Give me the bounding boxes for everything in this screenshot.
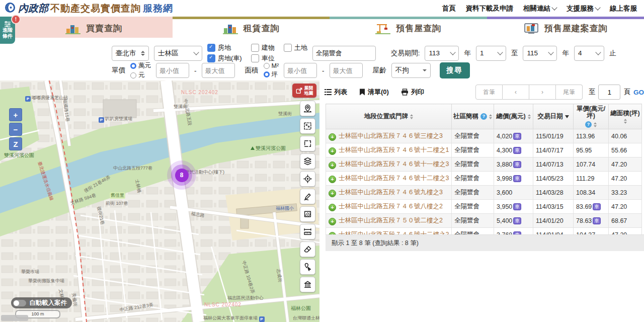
print-button[interactable]: 列印 bbox=[401, 88, 424, 97]
next-page-button[interactable]: › bbox=[529, 85, 556, 100]
price-min-input[interactable] bbox=[156, 63, 189, 78]
table-row[interactable]: +士林區中山北路五段７４６號十二樓之3 全陽豐會 3,998車 114/05/2… bbox=[326, 172, 642, 186]
tab-bar: 買賣查詢 租賃查詢 預售屋查詢 預售屋建案查詢 bbox=[15, 17, 644, 38]
pick-point-tool[interactable] bbox=[300, 259, 315, 275]
measure-tool[interactable] bbox=[300, 224, 315, 239]
keyword-input[interactable] bbox=[312, 46, 376, 61]
dash: - bbox=[194, 67, 197, 74]
tab-presale-project-query[interactable]: 預售屋建案查詢 bbox=[487, 17, 644, 38]
row-price-value: 3,950 bbox=[497, 203, 512, 210]
row-address-text[interactable]: 士林區中山北路五段７４６號八樓之2 bbox=[339, 203, 443, 210]
nav-support[interactable]: 支援服務 bbox=[567, 4, 600, 13]
chevron-down-icon bbox=[548, 49, 554, 55]
row-address-text[interactable]: 士林區中山北路五段７４６號九樓之3 bbox=[339, 189, 443, 196]
col-community[interactable]: 社區簡稱? bbox=[452, 104, 494, 129]
last-page-button[interactable]: 尾筆 bbox=[556, 85, 583, 100]
map-label: 中山北路五段777巷 bbox=[113, 165, 152, 172]
area-min-input[interactable] bbox=[284, 63, 317, 78]
map-label: 雙溪街 bbox=[278, 111, 292, 117]
results-table: 地段位置或門牌 社區簡稱? 總價(萬元) 交易日期 單價(萬元/坪)? 總面積(… bbox=[326, 104, 642, 242]
advanced-conditions-button[interactable]: 進階 條件 ! bbox=[0, 17, 15, 44]
cluster-count: 8 bbox=[175, 169, 189, 182]
draw-tool[interactable] bbox=[300, 189, 315, 204]
radio-wan-yuan[interactable]: 萬元 bbox=[130, 61, 151, 70]
row-address-text[interactable]: 士林區中山北路五段７４６號三樓之3 bbox=[339, 132, 443, 139]
rect-select-tool[interactable] bbox=[300, 118, 315, 134]
checkbox-house-land[interactable]: 房地 bbox=[207, 43, 242, 52]
map[interactable]: P嘟嘟房捷運芝山站 福國路15巷 P叭叭房雙溪場 雙溪街 雙溪街 中山北路五段 … bbox=[0, 80, 319, 322]
row-address-text[interactable]: 士林區中山北路五段７４６號十二樓之1 bbox=[339, 146, 449, 153]
map-label: P叭叭房雙溪場 bbox=[99, 116, 132, 123]
expand-row-icon[interactable]: + bbox=[329, 176, 336, 183]
row-address-text[interactable]: 士林區中山北路五段７５０號二樓之2 bbox=[339, 217, 443, 224]
expand-row-icon[interactable]: + bbox=[329, 133, 336, 141]
list-view-button[interactable]: 列表 bbox=[325, 88, 347, 97]
top-nav: 首頁 資料下載及申請 相關連結 支援服務 線上客服 bbox=[442, 4, 644, 13]
go-button[interactable]: GO bbox=[633, 89, 644, 96]
row-address-text[interactable]: 士林區中山北路五段７４６號十一樓之3 bbox=[339, 160, 449, 168]
radio-square-meter[interactable]: M² bbox=[264, 62, 279, 69]
rect-zoom-tool[interactable] bbox=[300, 136, 315, 151]
site-logo-title[interactable]: 內政部 不動產交易實價查詢 服務網 bbox=[0, 2, 173, 16]
auto-load-toggle[interactable]: 自動載入案件 bbox=[11, 297, 72, 308]
area-max-input[interactable] bbox=[330, 63, 363, 78]
table-row[interactable]: +士林區中山北路五段７４６號十二樓之1 全陽豐會 4,300車 114/07/1… bbox=[326, 143, 642, 157]
nav-home[interactable]: 首頁 bbox=[442, 4, 456, 13]
row-community: 全陽豐會 bbox=[452, 186, 494, 200]
from-year-select[interactable]: 113 bbox=[425, 46, 459, 61]
row-address-text[interactable]: 士林區中山北路五段７４６號十二樓之3 bbox=[339, 175, 449, 182]
map-cluster-marker[interactable]: 8 bbox=[167, 160, 196, 190]
locate-address-tool[interactable] bbox=[300, 101, 315, 116]
col-area[interactable]: 總面積(坪) bbox=[609, 104, 642, 129]
expand-map-button[interactable]: 展開地圖 bbox=[292, 84, 316, 98]
table-row[interactable]: +士林區中山北路五段７４６號十一樓之3 全陽豐會 3,880車 114/07/1… bbox=[326, 157, 642, 172]
landmark-tool[interactable] bbox=[300, 277, 315, 292]
zoom-out-button[interactable]: − bbox=[9, 123, 22, 136]
prev-page-button[interactable]: ‹ bbox=[503, 85, 529, 100]
list-icon bbox=[325, 89, 332, 95]
table-row[interactable]: +士林區中山北路五段７４６號九樓之3 全陽豐會 3,600車 114/03/28… bbox=[326, 186, 642, 200]
eraser-tool[interactable] bbox=[300, 242, 315, 257]
radio-ping[interactable]: 坪 bbox=[264, 70, 279, 79]
col-date[interactable]: 交易日期 bbox=[533, 104, 574, 129]
saved-list-button[interactable]: 清單(0) bbox=[359, 88, 389, 97]
zoom-in-button[interactable]: + bbox=[9, 108, 22, 121]
price-max-input[interactable] bbox=[202, 63, 235, 78]
to-month-select[interactable]: 4 bbox=[574, 46, 604, 61]
search-button[interactable]: 搜尋 bbox=[440, 62, 470, 78]
age-select[interactable]: 不拘 bbox=[391, 63, 431, 78]
tab-rent-query[interactable]: 租賃查詢 bbox=[173, 17, 330, 38]
expand-row-icon[interactable]: + bbox=[329, 218, 336, 225]
col-total-price[interactable]: 總價(萬元) bbox=[494, 104, 533, 129]
table-row[interactable]: +士林區中山北路五段７５０號二樓之2 全陽豐會 5,400車 114/01/20… bbox=[326, 214, 642, 228]
col-unit-price[interactable]: 單價(萬元/坪)? bbox=[574, 104, 609, 129]
from-month-select[interactable]: 1 bbox=[476, 46, 506, 61]
row-community: 全陽豐會 bbox=[452, 157, 494, 172]
layers-tool[interactable] bbox=[300, 153, 315, 169]
table-row[interactable]: +士林區中山北路五段７４６號八樓之2 全陽豐會 3,950車 114/03/15… bbox=[326, 200, 642, 214]
nav-links[interactable]: 相關連結 bbox=[523, 4, 556, 13]
locate-me-tool[interactable] bbox=[300, 171, 315, 187]
expand-row-icon[interactable]: + bbox=[329, 147, 336, 155]
first-page-button[interactable]: 首筆 bbox=[475, 85, 503, 100]
row-date: 115/01/19 bbox=[533, 129, 574, 143]
checkbox-land[interactable]: 土地 bbox=[284, 43, 307, 52]
col-address[interactable]: 地段位置或門牌 bbox=[326, 104, 452, 129]
checkbox-building[interactable]: 建物 bbox=[251, 43, 275, 52]
unit-price-radios: 萬元 元 bbox=[130, 61, 151, 79]
table-row[interactable]: +士林區中山北路五段７４６號三樓之3 全陽豐會 4,020車 115/01/19… bbox=[326, 129, 642, 143]
expand-row-icon[interactable]: + bbox=[329, 162, 336, 169]
district-select[interactable]: 士林區 bbox=[154, 46, 202, 61]
page-number-input[interactable] bbox=[598, 85, 620, 100]
radio-yuan[interactable]: 元 bbox=[130, 71, 151, 79]
polygon-select-tool[interactable] bbox=[300, 206, 315, 222]
nav-service[interactable]: 線上客服 bbox=[610, 4, 637, 13]
nav-download[interactable]: 資料下載及申請 bbox=[466, 4, 514, 13]
tab-presale-query[interactable]: 預售屋查詢 bbox=[330, 17, 487, 38]
city-select[interactable]: 臺北市 bbox=[112, 46, 149, 61]
to-year-select[interactable]: 115 bbox=[523, 46, 557, 61]
tab-sale-query[interactable]: 買賣查詢 bbox=[15, 17, 173, 38]
zoom-extent-button[interactable]: Z bbox=[9, 137, 22, 150]
expand-row-icon[interactable]: + bbox=[329, 204, 336, 211]
expand-row-icon[interactable]: + bbox=[329, 190, 336, 197]
